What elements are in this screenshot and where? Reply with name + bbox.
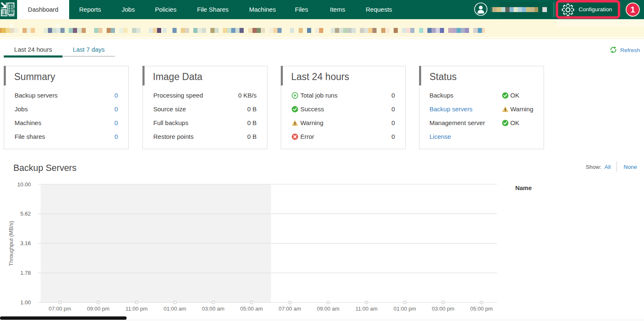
svg-text:03:00 am: 03:00 am <box>202 306 225 312</box>
svg-text:07:00 am: 07:00 am <box>279 306 301 312</box>
svg-text:01:00 pm: 01:00 pm <box>394 306 416 312</box>
svg-text:05:00 am: 05:00 am <box>240 306 263 312</box>
svg-text:Throughput (MB/s): Throughput (MB/s) <box>8 221 14 266</box>
svg-text:11:00 pm: 11:00 pm <box>125 306 147 312</box>
svg-text:1.78: 1.78 <box>20 270 31 276</box>
svg-text:09:00 am: 09:00 am <box>317 306 339 312</box>
svg-text:07:00 pm: 07:00 pm <box>49 306 71 312</box>
svg-text:03:00 pm: 03:00 pm <box>432 306 454 312</box>
svg-text:3.16: 3.16 <box>20 240 31 246</box>
svg-text:11:00 am: 11:00 am <box>355 306 377 312</box>
svg-text:10.00: 10.00 <box>17 181 31 188</box>
svg-text:5.62: 5.62 <box>20 211 31 217</box>
svg-text:1.00: 1.00 <box>20 299 31 306</box>
svg-text:09:00 pm: 09:00 pm <box>87 306 110 312</box>
svg-text:05:00 pm: 05:00 pm <box>470 306 493 312</box>
svg-text:01:00 am: 01:00 am <box>164 306 186 312</box>
